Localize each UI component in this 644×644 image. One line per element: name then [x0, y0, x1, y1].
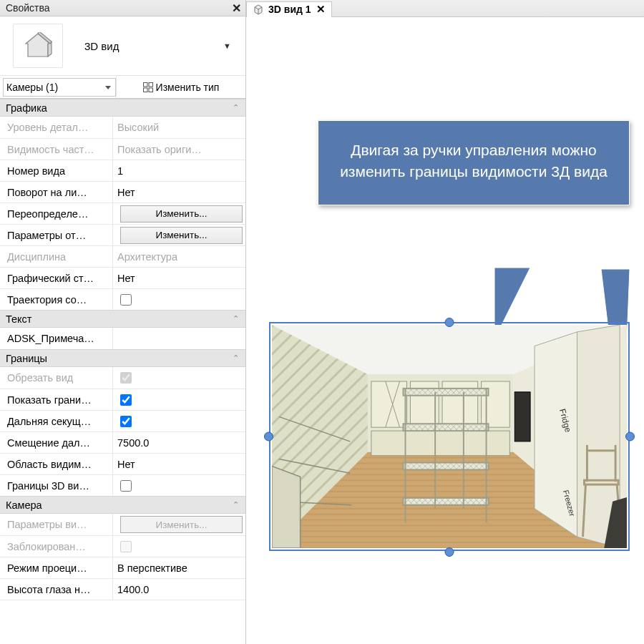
prop-label: Обрезать вид — [0, 367, 113, 389]
crop-border — [269, 322, 630, 551]
prop-label: Видимость част… — [0, 139, 113, 160]
cube-icon — [253, 4, 264, 15]
prop-label: Границы 3D ви… — [0, 475, 113, 496]
house-icon — [13, 24, 63, 68]
annotation-callout: Двигая за ручки управления можно изменит… — [318, 120, 630, 205]
svg-rect-3 — [143, 82, 147, 87]
prop-label: Смещение дал… — [0, 432, 113, 453]
prop-value[interactable]: 7500.0 — [113, 432, 245, 453]
checkbox[interactable] — [120, 294, 132, 306]
prop-value[interactable]: В перспективе — [113, 557, 245, 578]
prop-value[interactable] — [113, 328, 245, 349]
instance-row: Камеры (1) Изменить тип — [0, 76, 245, 99]
prop-label: Область видим… — [0, 454, 113, 474]
type-selector-row[interactable]: 3D вид ▼ — [0, 16, 245, 76]
edit-type-button[interactable]: Изменить тип — [116, 76, 245, 98]
group-header-bounds[interactable]: Границы ⌃ — [0, 349, 245, 367]
prop-label: Номер вида — [0, 160, 113, 181]
panel-close-button[interactable]: ✕ — [232, 1, 241, 15]
svg-rect-6 — [149, 88, 153, 92]
prop-value: Показать ориги… — [113, 139, 245, 160]
crop-handle-left[interactable] — [264, 432, 273, 441]
group-graphics-rows: Уровень детал… Высокий Видимость част… П… — [0, 117, 245, 310]
prop-value: Высокий — [113, 117, 245, 138]
prop-label: Режим проеци… — [0, 557, 113, 578]
svg-rect-4 — [149, 82, 153, 87]
checkbox — [120, 541, 132, 552]
tab-title: 3D вид 1 — [268, 4, 311, 15]
crop-handle-bottom[interactable] — [445, 547, 454, 557]
chevron-updown-icon: ⌃ — [233, 103, 240, 112]
prop-value[interactable]: 1400.0 — [113, 579, 245, 600]
prop-value: Архитектура — [113, 246, 245, 267]
prop-label: Переопределе… — [0, 203, 113, 224]
prop-label: Графический ст… — [0, 268, 113, 288]
prop-label: Показать грани… — [0, 389, 113, 410]
checkbox[interactable] — [120, 416, 132, 427]
edit-button[interactable]: Изменить... — [120, 227, 243, 244]
prop-label: Параметры от… — [0, 225, 113, 245]
chevron-updown-icon: ⌃ — [233, 353, 240, 363]
instance-combobox[interactable]: Камеры (1) — [3, 78, 116, 97]
chevron-updown-icon: ⌃ — [233, 500, 240, 509]
chevron-updown-icon: ⌃ — [233, 314, 240, 323]
group-header-graphics[interactable]: Графика ⌃ — [0, 99, 245, 117]
edit-button[interactable]: Изменить... — [120, 205, 243, 223]
prop-value[interactable]: Нет — [113, 454, 245, 474]
checkbox[interactable] — [120, 394, 132, 406]
type-label: 3D вид — [63, 40, 223, 52]
tab-close-button[interactable]: ✕ — [316, 3, 326, 16]
group-header-camera[interactable]: Камера ⌃ — [0, 496, 245, 514]
group-header-text[interactable]: Текст ⌃ — [0, 310, 245, 328]
prop-label: Уровень детал… — [0, 117, 113, 138]
crop-handle-right[interactable] — [625, 432, 635, 441]
panel-title-bar: Свойства ✕ — [0, 0, 245, 16]
prop-label: Поворот на ли… — [0, 182, 113, 203]
svg-rect-5 — [143, 88, 147, 92]
checkbox — [120, 372, 132, 384]
edit-button: Изменить... — [120, 516, 243, 533]
crop-handle-top[interactable] — [445, 318, 454, 327]
prop-value[interactable]: 1 — [113, 160, 245, 181]
viewport-area: 3D вид 1 ✕ Двигая за ручки управления мо… — [246, 0, 644, 644]
properties-panel: Свойства ✕ 3D вид ▼ Камеры (1) — [0, 0, 246, 644]
checkbox[interactable] — [120, 480, 132, 492]
prop-label: Высота глаза н… — [0, 579, 113, 600]
prop-value[interactable]: Нет — [113, 268, 245, 288]
prop-value[interactable]: Нет — [113, 182, 245, 203]
crop-region[interactable]: Fridge Freezer — [269, 322, 630, 551]
view-tab-bar: 3D вид 1 ✕ — [246, 0, 644, 17]
prop-label: Дальняя секущ… — [0, 411, 113, 431]
panel-title: Свойства — [6, 2, 49, 14]
edit-type-icon — [143, 82, 153, 92]
prop-label: Параметры ви… — [0, 514, 113, 535]
tab-3d-view[interactable]: 3D вид 1 ✕ — [246, 1, 332, 17]
prop-label: ADSK_Примеча… — [0, 328, 113, 349]
dropdown-arrow-icon: ▼ — [223, 42, 238, 50]
prop-label: Дисциплина — [0, 246, 113, 267]
prop-label: Заблокирован… — [0, 536, 113, 557]
prop-label: Траектория со… — [0, 289, 113, 310]
